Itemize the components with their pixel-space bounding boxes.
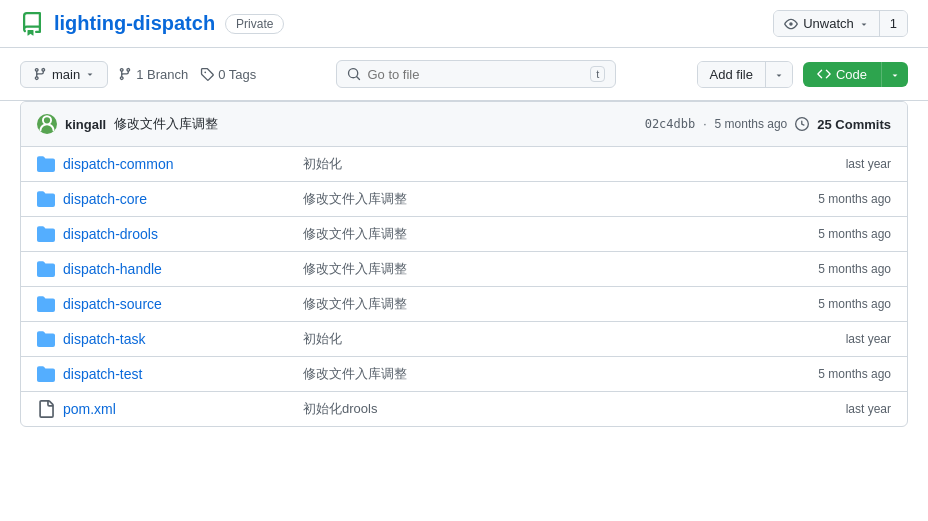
file-time: last year	[771, 332, 891, 346]
search-shortcut: t	[590, 66, 605, 82]
file-type-icon	[37, 260, 55, 278]
repo-title: lighting-dispatch Private	[20, 12, 284, 36]
file-commit-msg: 修改文件入库调整	[283, 260, 771, 278]
watch-button[interactable]: Unwatch 1	[773, 10, 908, 37]
table-row: dispatch-task 初始化 last year	[21, 322, 907, 357]
folder-icon	[37, 190, 55, 208]
file-time: 5 months ago	[771, 262, 891, 276]
file-time: last year	[771, 157, 891, 171]
commit-header: kingall 修改文件入库调整 02c4dbb · 5 months ago …	[21, 102, 907, 147]
file-time: 5 months ago	[771, 192, 891, 206]
branch-label: main	[52, 67, 80, 82]
folder-icon	[37, 260, 55, 278]
watch-main[interactable]: Unwatch	[774, 11, 879, 36]
code-arrow[interactable]	[881, 62, 908, 87]
file-name-link[interactable]: dispatch-handle	[63, 261, 283, 277]
watch-label: Unwatch	[803, 16, 854, 31]
file-type-icon	[37, 365, 55, 383]
file-name-link[interactable]: pom.xml	[63, 401, 283, 417]
search-icon	[347, 67, 361, 81]
file-type-icon	[37, 295, 55, 313]
folder-icon	[37, 155, 55, 173]
avatar	[37, 114, 57, 134]
file-time: last year	[771, 402, 891, 416]
folder-icon	[37, 330, 55, 348]
search-box: t	[336, 60, 616, 88]
commit-time: 5 months ago	[715, 117, 788, 131]
file-time: 5 months ago	[771, 367, 891, 381]
branch-count-label: 1 Branch	[136, 67, 188, 82]
file-commit-msg: 初始化drools	[283, 400, 771, 418]
branch-count-link[interactable]: 1 Branch	[118, 67, 188, 82]
table-row: dispatch-drools 修改文件入库调整 5 months ago	[21, 217, 907, 252]
code-button[interactable]: Code	[803, 62, 908, 87]
commit-separator: ·	[703, 117, 706, 131]
chevron-down-icon	[859, 19, 869, 29]
folder-icon	[37, 225, 55, 243]
table-row: dispatch-test 修改文件入库调整 5 months ago	[21, 357, 907, 392]
file-commit-msg: 修改文件入库调整	[283, 365, 771, 383]
table-row: dispatch-source 修改文件入库调整 5 months ago	[21, 287, 907, 322]
add-file-arrow[interactable]	[765, 62, 792, 87]
code-main[interactable]: Code	[803, 62, 881, 87]
folder-icon	[37, 295, 55, 313]
table-row: dispatch-core 修改文件入库调整 5 months ago	[21, 182, 907, 217]
file-commit-msg: 修改文件入库调整	[283, 190, 771, 208]
file-rows: dispatch-common 初始化 last year dispatch-c…	[21, 147, 907, 426]
code-label: Code	[836, 67, 867, 82]
header: lighting-dispatch Private Unwatch 1	[0, 0, 928, 48]
repo-name-link[interactable]: lighting-dispatch	[54, 12, 215, 35]
file-name-link[interactable]: dispatch-task	[63, 331, 283, 347]
file-type-icon	[37, 330, 55, 348]
file-time: 5 months ago	[771, 297, 891, 311]
clock-icon	[795, 117, 809, 131]
code-chevron-icon	[890, 70, 900, 80]
file-time: 5 months ago	[771, 227, 891, 241]
add-file-chevron-icon	[774, 70, 784, 80]
file-type-icon	[37, 190, 55, 208]
branch-icon	[33, 67, 47, 81]
commit-message: 修改文件入库调整	[114, 115, 218, 133]
table-row: pom.xml 初始化drools last year	[21, 392, 907, 426]
private-badge: Private	[225, 14, 284, 34]
commit-user: kingall	[65, 117, 106, 132]
tag-count-label: 0 Tags	[218, 67, 256, 82]
repo-icon	[20, 12, 44, 36]
watch-count[interactable]: 1	[879, 11, 907, 36]
file-name-link[interactable]: dispatch-drools	[63, 226, 283, 242]
search-input[interactable]	[367, 67, 584, 82]
tag-icon	[200, 67, 214, 81]
file-type-icon	[37, 225, 55, 243]
add-file-main[interactable]: Add file	[698, 62, 765, 87]
code-icon	[817, 67, 831, 81]
commit-meta: 02c4dbb · 5 months ago 25 Commits	[645, 117, 891, 132]
tag-count-link[interactable]: 0 Tags	[200, 67, 256, 82]
folder-icon	[37, 365, 55, 383]
file-type-icon	[37, 155, 55, 173]
file-icon	[37, 400, 55, 418]
file-name-link[interactable]: dispatch-core	[63, 191, 283, 207]
add-file-button[interactable]: Add file	[697, 61, 793, 88]
file-name-link[interactable]: dispatch-test	[63, 366, 283, 382]
meta-links: 1 Branch 0 Tags	[118, 67, 256, 82]
file-commit-msg: 修改文件入库调整	[283, 225, 771, 243]
branch-meta-icon	[118, 67, 132, 81]
toolbar: main 1 Branch 0 Tags t Add file	[0, 48, 928, 101]
file-name-link[interactable]: dispatch-source	[63, 296, 283, 312]
eye-icon	[784, 17, 798, 31]
search-area: t	[266, 60, 686, 88]
table-row: dispatch-common 初始化 last year	[21, 147, 907, 182]
commit-hash[interactable]: 02c4dbb	[645, 117, 696, 131]
file-commit-msg: 初始化	[283, 155, 771, 173]
table-row: dispatch-handle 修改文件入库调整 5 months ago	[21, 252, 907, 287]
file-type-icon	[37, 400, 55, 418]
commits-link[interactable]: 25 Commits	[817, 117, 891, 132]
branch-chevron-icon	[85, 69, 95, 79]
file-name-link[interactable]: dispatch-common	[63, 156, 283, 172]
file-commit-msg: 初始化	[283, 330, 771, 348]
file-commit-msg: 修改文件入库调整	[283, 295, 771, 313]
branch-selector[interactable]: main	[20, 61, 108, 88]
file-table: kingall 修改文件入库调整 02c4dbb · 5 months ago …	[20, 101, 908, 427]
